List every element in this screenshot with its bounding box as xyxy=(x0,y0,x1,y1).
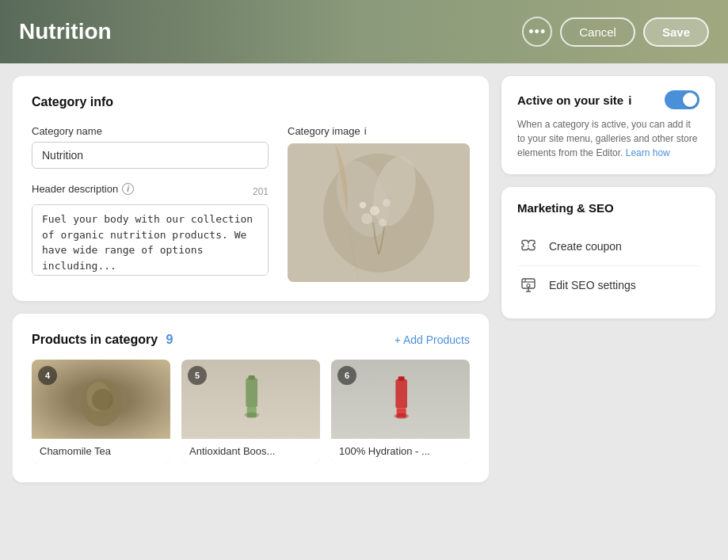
products-count: 9 xyxy=(166,333,173,346)
learn-how-link[interactable]: Learn how xyxy=(626,147,670,158)
product-name: Chamomile Tea xyxy=(32,439,170,463)
active-row: Active on your site i xyxy=(517,90,699,109)
desc-info-icon[interactable]: i xyxy=(122,183,134,195)
svg-point-19 xyxy=(394,413,409,419)
create-coupon-label: Create coupon xyxy=(549,240,622,253)
svg-point-24 xyxy=(527,284,530,288)
svg-rect-16 xyxy=(395,379,407,409)
svg-point-15 xyxy=(244,413,259,418)
marketing-card: Marketing & SEO Create coupon xyxy=(501,187,715,318)
desc-section: Header description i 201 Fuel your body … xyxy=(32,183,269,279)
cancel-button[interactable]: Cancel xyxy=(560,17,635,47)
edit-seo-item[interactable]: Edit SEO settings xyxy=(517,266,699,304)
desc-label: Header description i xyxy=(32,183,134,195)
active-info-icon[interactable]: i xyxy=(628,93,631,107)
create-coupon-item[interactable]: Create coupon xyxy=(517,227,699,266)
desc-textarea[interactable]: Fuel your body with our collection of or… xyxy=(32,204,269,276)
product-name: 100% Hydration - ... xyxy=(331,439,470,463)
image-info-icon[interactable]: i xyxy=(364,125,367,137)
main-content: Category info Category name Header descr… xyxy=(0,63,728,560)
coupon-icon xyxy=(517,235,539,257)
products-title: Products in category xyxy=(32,333,158,346)
svg-point-4 xyxy=(370,206,379,215)
product-badge: 4 xyxy=(38,366,57,385)
desc-header: Header description i 201 xyxy=(32,183,269,200)
category-name-label: Category name xyxy=(32,125,269,137)
svg-rect-14 xyxy=(248,375,254,379)
category-name-input[interactable] xyxy=(32,142,269,169)
seo-icon xyxy=(517,274,539,296)
left-panel: Category info Category name Header descr… xyxy=(13,76,489,547)
products-title-group: Products in category 9 xyxy=(32,333,173,347)
header-actions: ••• Cancel Save xyxy=(522,17,709,47)
svg-point-6 xyxy=(361,213,372,224)
page-header: Nutrition ••• Cancel Save xyxy=(0,0,728,63)
product-image-antioxidant: 5 xyxy=(181,360,320,439)
save-button[interactable]: Save xyxy=(643,17,709,47)
edit-seo-label: Edit SEO settings xyxy=(549,279,636,291)
form-left: Category name Header description i 201 F… xyxy=(32,125,269,279)
products-card: Products in category 9 + Add Products 4 xyxy=(13,314,489,482)
char-count: 201 xyxy=(253,186,269,197)
product-image-chamomile: 4 xyxy=(32,360,170,439)
product-card[interactable]: 4 Chamomile Tea xyxy=(32,360,170,463)
products-grid: 4 Chamomile Tea 5 xyxy=(32,360,470,463)
product-card[interactable]: 6 100% Hydration - ... xyxy=(331,360,470,463)
product-badge: 6 xyxy=(337,366,356,385)
product-name: Antioxidant Boos... xyxy=(181,439,320,463)
product-card[interactable]: 5 Antioxidant Boos... xyxy=(181,360,320,463)
more-options-button[interactable]: ••• xyxy=(522,17,552,47)
products-header: Products in category 9 + Add Products xyxy=(32,333,470,347)
svg-rect-12 xyxy=(246,378,257,407)
svg-point-5 xyxy=(383,199,391,207)
category-info-card: Category info Category name Header descr… xyxy=(13,76,489,301)
product-badge: 5 xyxy=(188,366,207,385)
category-image-section: Category image i xyxy=(288,125,470,282)
category-form-row: Category name Header description i 201 F… xyxy=(32,125,470,282)
svg-point-11 xyxy=(92,389,113,410)
active-toggle[interactable] xyxy=(665,90,699,109)
category-image-label: Category image i xyxy=(288,125,470,137)
add-products-button[interactable]: + Add Products xyxy=(394,333,470,346)
product-image-hydration: 6 xyxy=(331,360,470,439)
category-info-title: Category info xyxy=(32,95,470,109)
category-image-box[interactable] xyxy=(288,143,470,282)
active-label: Active on your site i xyxy=(517,93,631,107)
svg-rect-18 xyxy=(398,376,404,380)
svg-point-8 xyxy=(360,202,366,208)
active-site-card: Active on your site i When a category is… xyxy=(501,76,715,174)
active-desc: When a category is active, you can add i… xyxy=(517,117,699,160)
right-panel: Active on your site i When a category is… xyxy=(501,76,715,547)
page-title: Nutrition xyxy=(19,19,112,44)
svg-point-7 xyxy=(379,219,387,227)
marketing-title: Marketing & SEO xyxy=(517,201,699,215)
